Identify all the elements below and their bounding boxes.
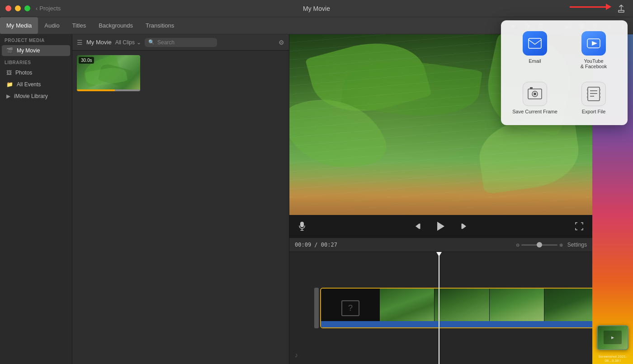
fullscreen-button[interactable] bbox=[575, 222, 583, 230]
sidebar: Project Media 🎬 My Movie Libraries 🖼 Pho… bbox=[0, 34, 72, 364]
search-icon: 🔍 bbox=[148, 39, 155, 45]
libraries-header: Libraries bbox=[0, 56, 72, 67]
timeline-toolbar: 00:09 / 00:27 ⊖ ⊕ Settings bbox=[289, 238, 592, 252]
zoom-slider[interactable]: ⊖ ⊕ bbox=[516, 243, 563, 247]
email-icon-box bbox=[523, 34, 547, 56]
video-track[interactable]: ? bbox=[320, 288, 592, 328]
clips-selector[interactable]: All Clips ⌄ bbox=[115, 39, 141, 46]
share-item-youtube[interactable]: YouTube& Facebook bbox=[567, 34, 620, 73]
sidebar-item-photos[interactable]: 🖼 Photos bbox=[2, 67, 70, 78]
progress-bar bbox=[77, 89, 140, 91]
project-media-header: Project Media bbox=[0, 34, 72, 45]
svg-rect-24 bbox=[599, 96, 600, 98]
duration-badge: 30.0s bbox=[79, 57, 94, 64]
playhead[interactable] bbox=[439, 252, 439, 364]
svg-rect-14 bbox=[530, 87, 533, 89]
timeline-content: ? bbox=[289, 252, 592, 364]
svg-rect-22 bbox=[599, 89, 600, 91]
timeline-settings: ⊖ ⊕ Settings bbox=[516, 242, 587, 248]
film-icon: 🎬 bbox=[6, 47, 13, 54]
right-content: 00:09 / 00:27 ⊖ ⊕ Settings bbox=[289, 34, 633, 364]
svg-rect-23 bbox=[599, 93, 600, 94]
sidebar-toggle-icon: ☰ bbox=[77, 39, 83, 46]
skip-forward-button[interactable] bbox=[458, 222, 467, 231]
track-audio-bar bbox=[321, 321, 592, 327]
svg-rect-21 bbox=[587, 96, 588, 98]
zoom-track[interactable] bbox=[521, 244, 557, 246]
main-layout: Project Media 🎬 My Movie Libraries 🖼 Pho… bbox=[0, 34, 633, 364]
desktop-thumb-label: Screenshot 2021-08...3.38 I bbox=[592, 354, 633, 364]
svg-rect-8 bbox=[529, 38, 541, 48]
title-actions bbox=[615, 2, 633, 15]
desktop-thumbnail: ▶ bbox=[597, 325, 628, 350]
chevron-right-icon: ▶ bbox=[6, 93, 10, 99]
tab-my-media[interactable]: My Media bbox=[0, 17, 38, 34]
music-icon: ♪ bbox=[295, 351, 298, 359]
tab-audio[interactable]: Audio bbox=[38, 17, 66, 34]
zoom-thumb[interactable] bbox=[537, 242, 542, 247]
svg-marker-3 bbox=[416, 224, 419, 229]
svg-marker-5 bbox=[437, 222, 444, 231]
mic-button[interactable] bbox=[298, 222, 306, 231]
svg-rect-15 bbox=[588, 87, 600, 101]
gear-button[interactable]: ⚙ bbox=[279, 39, 284, 46]
placeholder-icon: ? bbox=[341, 300, 359, 316]
share-button[interactable] bbox=[615, 2, 628, 15]
svg-rect-4 bbox=[419, 224, 420, 229]
chevron-down-icon: ⌄ bbox=[137, 39, 141, 46]
share-item-frame[interactable]: Save Current Frame bbox=[508, 78, 562, 118]
share-item-export[interactable]: Export File bbox=[567, 78, 620, 118]
svg-rect-0 bbox=[300, 222, 304, 227]
share-item-email[interactable]: Email bbox=[508, 34, 562, 73]
youtube-label: YouTube& Facebook bbox=[581, 58, 607, 69]
media-panel: ☰ My Movie All Clips ⌄ 🔍 ⚙ 30.0s bbox=[72, 34, 289, 364]
share-popup: Email YouTube& Facebook bbox=[501, 34, 628, 125]
folder-icon: 📁 bbox=[6, 81, 13, 88]
toolbar-tabs: My Media Audio Titles Backgrounds Transi… bbox=[0, 17, 180, 34]
svg-rect-7 bbox=[462, 224, 463, 229]
svg-point-13 bbox=[534, 93, 536, 95]
tab-titles[interactable]: Titles bbox=[66, 17, 93, 34]
zoom-out-icon: ⊖ bbox=[516, 243, 520, 247]
tab-transitions[interactable]: Transitions bbox=[139, 17, 180, 34]
skip-back-button[interactable] bbox=[415, 222, 424, 231]
email-label: Email bbox=[529, 58, 541, 64]
close-button[interactable] bbox=[5, 5, 11, 11]
preview-controls bbox=[289, 215, 592, 238]
export-label: Export File bbox=[582, 109, 606, 114]
export-icon-box bbox=[581, 82, 606, 106]
maximize-button[interactable] bbox=[24, 5, 30, 11]
sidebar-item-imovie-library[interactable]: ▶ iMovie Library bbox=[2, 91, 70, 102]
timeline-area: 00:09 / 00:27 ⊖ ⊕ Settings bbox=[289, 238, 592, 364]
frame-icon-box bbox=[523, 82, 547, 106]
sidebar-item-my-movie[interactable]: 🎬 My Movie bbox=[2, 45, 70, 56]
media-thumbnail[interactable]: 30.0s bbox=[77, 55, 140, 91]
track-wrapper: ? bbox=[314, 288, 592, 328]
search-input[interactable] bbox=[157, 39, 213, 46]
zoom-in-icon: ⊕ bbox=[559, 243, 563, 247]
settings-label[interactable]: Settings bbox=[567, 242, 587, 248]
frame-label: Save Current Frame bbox=[512, 109, 557, 114]
media-panel-header: ☰ My Movie All Clips ⌄ 🔍 ⚙ bbox=[72, 34, 289, 51]
back-button[interactable]: ‹ Projects bbox=[36, 5, 61, 12]
track-scroll-left[interactable] bbox=[314, 288, 319, 328]
sidebar-toggle[interactable]: ☰ bbox=[77, 39, 83, 46]
youtube-icon-box bbox=[581, 34, 606, 56]
svg-marker-10 bbox=[592, 41, 597, 46]
traffic-lights bbox=[0, 5, 30, 11]
svg-marker-6 bbox=[463, 224, 466, 229]
window-title: My Movie bbox=[303, 5, 330, 12]
red-arrow-annotation bbox=[570, 4, 611, 10]
photos-icon: 🖼 bbox=[6, 70, 12, 76]
svg-rect-19 bbox=[587, 89, 588, 91]
play-button[interactable] bbox=[435, 220, 447, 233]
title-bar: ‹ Projects My Movie bbox=[0, 0, 633, 17]
sidebar-item-all-events[interactable]: 📁 All Events bbox=[2, 79, 70, 90]
svg-rect-20 bbox=[587, 93, 588, 94]
timecode-display: 00:09 / 00:27 bbox=[295, 242, 337, 248]
search-box[interactable]: 🔍 bbox=[145, 38, 217, 47]
chevron-left-icon: ‹ bbox=[36, 5, 38, 12]
minimize-button[interactable] bbox=[15, 5, 21, 11]
panel-title: My Movie bbox=[86, 39, 112, 46]
tab-backgrounds[interactable]: Backgrounds bbox=[92, 17, 139, 34]
